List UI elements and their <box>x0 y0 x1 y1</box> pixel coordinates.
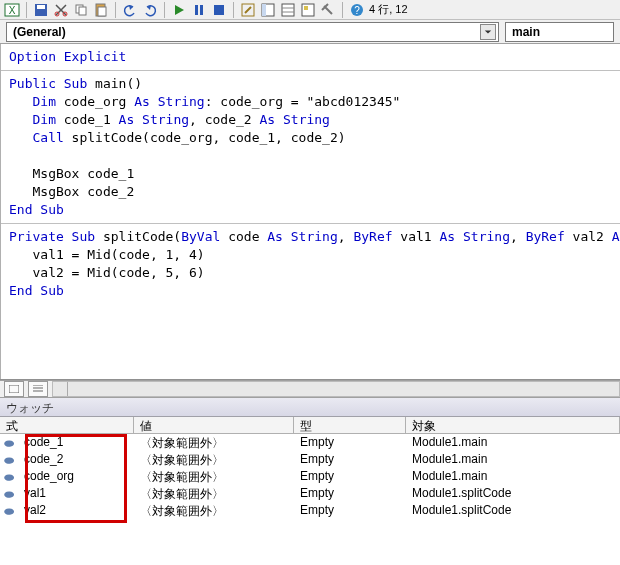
design-mode-icon[interactable] <box>240 2 256 18</box>
copy-icon[interactable] <box>73 2 89 18</box>
project-explorer-icon[interactable] <box>260 2 276 18</box>
watch-header-row: 式 値 型 対象 <box>0 417 620 434</box>
code-text: , code_2 <box>189 112 259 127</box>
code-text: val1 <box>393 229 440 244</box>
watch-context: Module1.splitCode <box>406 502 620 519</box>
watch-row[interactable]: ⬬ val1 〈対象範囲外〉 Empty Module1.splitCode <box>0 485 620 502</box>
code-text: As String <box>267 229 337 244</box>
svg-text:?: ? <box>354 5 360 16</box>
code-text-area[interactable]: Option Explicit Public Sub main() Dim co… <box>1 44 620 379</box>
watch-expression: code_2 <box>18 451 134 468</box>
watch-body: ⬬ code_1 〈対象範囲外〉 Empty Module1.main ⬬ co… <box>0 434 620 565</box>
watch-row[interactable]: ⬬ val2 〈対象範囲外〉 Empty Module1.splitCode <box>0 502 620 519</box>
code-text: code <box>220 229 267 244</box>
paste-icon[interactable] <box>93 2 109 18</box>
svg-rect-12 <box>214 5 224 15</box>
watch-value: 〈対象範囲外〉 <box>134 485 294 502</box>
watch-type: Empty <box>294 468 406 485</box>
code-text: splitCode(code_org, code_1, code_2) <box>64 130 346 145</box>
code-text: As String <box>119 112 189 127</box>
watch-row[interactable]: ⬬ code_1 〈対象範囲外〉 Empty Module1.main <box>0 434 620 451</box>
code-text: End Sub <box>9 283 64 298</box>
watch-window: 式 値 型 対象 ⬬ code_1 〈対象範囲外〉 Empty Module1.… <box>0 417 620 565</box>
watch-expression: val1 <box>18 485 134 502</box>
undo-icon[interactable] <box>122 2 138 18</box>
vbe-window: X ? 4 行, 12 (General) main <box>0 0 620 565</box>
svg-rect-16 <box>282 4 294 16</box>
code-text: val1 = Mid(code, 1, 4) <box>9 247 205 262</box>
code-text: As String <box>440 229 510 244</box>
code-text: Option Explicit <box>9 49 126 64</box>
watch-context: Module1.main <box>406 451 620 468</box>
code-text: val2 <box>565 229 612 244</box>
code-text: Dim <box>9 112 56 127</box>
procedure-dropdown[interactable]: main <box>505 22 614 42</box>
code-text: ByRef <box>526 229 565 244</box>
break-icon[interactable] <box>191 2 207 18</box>
watch-type: Empty <box>294 451 406 468</box>
cursor-position-text: 4 行, 12 <box>369 2 408 17</box>
watch-type: Empty <box>294 502 406 519</box>
cut-icon[interactable] <box>53 2 69 18</box>
watch-expression: val2 <box>18 502 134 519</box>
code-view-bar <box>0 380 620 398</box>
watch-header-expression[interactable]: 式 <box>0 417 134 433</box>
object-dropdown-label: (General) <box>13 25 66 39</box>
save-icon[interactable] <box>33 2 49 18</box>
toolbox-icon[interactable] <box>320 2 336 18</box>
help-icon[interactable]: ? <box>349 2 365 18</box>
watch-value: 〈対象範囲外〉 <box>134 434 294 451</box>
watch-header-context[interactable]: 対象 <box>406 417 620 433</box>
code-text: MsgBox code_1 <box>9 166 134 181</box>
code-text: Dim <box>9 94 56 109</box>
top-toolbar: X ? 4 行, 12 <box>0 0 620 20</box>
watch-type: Empty <box>294 485 406 502</box>
svg-rect-18 <box>304 6 308 10</box>
code-text: MsgBox code_2 <box>9 184 134 199</box>
glasses-icon: ⬬ <box>0 434 18 451</box>
watch-header-value[interactable]: 値 <box>134 417 294 433</box>
svg-rect-21 <box>9 385 19 393</box>
procedure-view-button[interactable] <box>4 381 24 397</box>
glasses-icon: ⬬ <box>0 468 18 485</box>
properties-icon[interactable] <box>280 2 296 18</box>
code-text: , <box>510 229 526 244</box>
horizontal-scrollbar[interactable] <box>52 381 620 397</box>
declarations-bar: (General) main <box>0 20 620 44</box>
code-text: As String <box>134 94 204 109</box>
code-text: "abcd012345" <box>306 94 400 109</box>
svg-rect-9 <box>98 7 106 16</box>
watch-value: 〈対象範囲外〉 <box>134 468 294 485</box>
object-dropdown[interactable]: (General) <box>6 22 499 42</box>
watch-window-title: ウォッチ <box>0 398 620 417</box>
chevron-down-icon[interactable] <box>480 24 496 40</box>
code-text: Call <box>9 130 64 145</box>
watch-row[interactable]: ⬬ code_2 〈対象範囲外〉 Empty Module1.main <box>0 451 620 468</box>
watch-context: Module1.main <box>406 468 620 485</box>
watch-header-type[interactable]: 型 <box>294 417 406 433</box>
glasses-icon: ⬬ <box>0 502 18 519</box>
procedure-dropdown-label: main <box>512 25 540 39</box>
code-text: : code_org = <box>205 94 307 109</box>
watch-expression: code_org <box>18 468 134 485</box>
code-text: End Sub <box>9 202 64 217</box>
code-text: main() <box>87 76 142 91</box>
code-text: As String <box>612 229 620 244</box>
redo-icon[interactable] <box>142 2 158 18</box>
run-icon[interactable] <box>171 2 187 18</box>
code-text: Private Sub <box>9 229 95 244</box>
excel-icon[interactable]: X <box>4 2 20 18</box>
watch-value: 〈対象範囲外〉 <box>134 502 294 519</box>
svg-rect-10 <box>195 5 198 15</box>
code-text: code_1 <box>56 112 119 127</box>
svg-rect-15 <box>262 4 266 16</box>
code-text: Public Sub <box>9 76 87 91</box>
watch-row[interactable]: ⬬ code_org 〈対象範囲外〉 Empty Module1.main <box>0 468 620 485</box>
svg-rect-11 <box>200 5 203 15</box>
watch-type: Empty <box>294 434 406 451</box>
reset-icon[interactable] <box>211 2 227 18</box>
watch-context: Module1.main <box>406 434 620 451</box>
full-module-view-button[interactable] <box>28 381 48 397</box>
svg-rect-3 <box>37 5 45 9</box>
object-browser-icon[interactable] <box>300 2 316 18</box>
